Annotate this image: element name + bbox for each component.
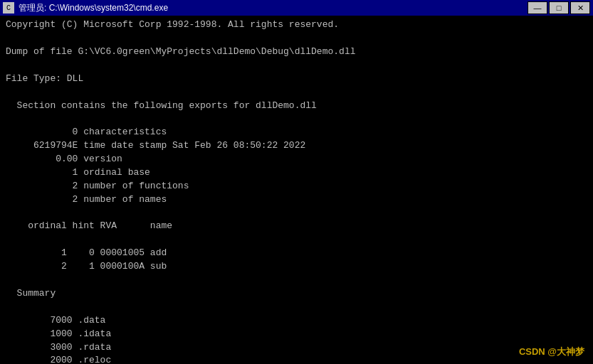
console-line — [6, 59, 587, 73]
maximize-button[interactable]: □ — [549, 1, 569, 14]
console-line: 1 0 00001005 add — [6, 247, 587, 260]
console-line: 1000 .idata — [6, 328, 587, 341]
console-line — [6, 301, 587, 314]
console-line: 2 1 0000100A sub — [6, 260, 587, 274]
console-line: 0 characteristics — [6, 126, 587, 139]
console-line: 2 number of functions — [6, 180, 587, 193]
cmd-icon: C — [3, 2, 14, 14]
console-line: Dump of file G:\VC6.0green\MyProjects\dl… — [6, 46, 587, 59]
title-bar-controls: — □ ✕ — [528, 1, 590, 14]
console-line — [6, 86, 587, 100]
console-line — [6, 32, 587, 46]
console-line: Section contains the following exports f… — [6, 100, 587, 113]
console-line: File Type: DLL — [6, 73, 587, 86]
close-button[interactable]: ✕ — [570, 1, 590, 14]
console-output: Copyright (C) Microsoft Corp 1992-1998. … — [6, 18, 587, 364]
console-body: Copyright (C) Microsoft Corp 1992-1998. … — [0, 16, 593, 364]
console-line: 0.00 version — [6, 153, 587, 166]
console-line: 3000 .rdata — [6, 341, 587, 355]
console-line: Copyright (C) Microsoft Corp 1992-1998. … — [6, 18, 587, 32]
console-line: 7000 .data — [6, 314, 587, 328]
console-line — [6, 112, 587, 126]
watermark: CSDN @大神梦 — [519, 346, 584, 358]
title-bar-left: C 管理员: C:\Windows\system32\cmd.exe — [3, 2, 168, 14]
console-line: 1 ordinal base — [6, 166, 587, 180]
console-line: 2000 .reloc — [6, 354, 587, 364]
console-line — [6, 233, 587, 247]
console-line: Summary — [6, 287, 587, 301]
console-line: ordinal hint RVA name — [6, 220, 587, 233]
title-bar: C 管理员: C:\Windows\system32\cmd.exe — □ ✕ — [0, 0, 593, 16]
console-line — [6, 206, 587, 220]
window-title: 管理员: C:\Windows\system32\cmd.exe — [19, 2, 168, 14]
console-line: 2 number of names — [6, 193, 587, 207]
minimize-button[interactable]: — — [528, 1, 547, 14]
console-line — [6, 274, 587, 287]
console-line: 6219794E time date stamp Sat Feb 26 08:5… — [6, 139, 587, 153]
